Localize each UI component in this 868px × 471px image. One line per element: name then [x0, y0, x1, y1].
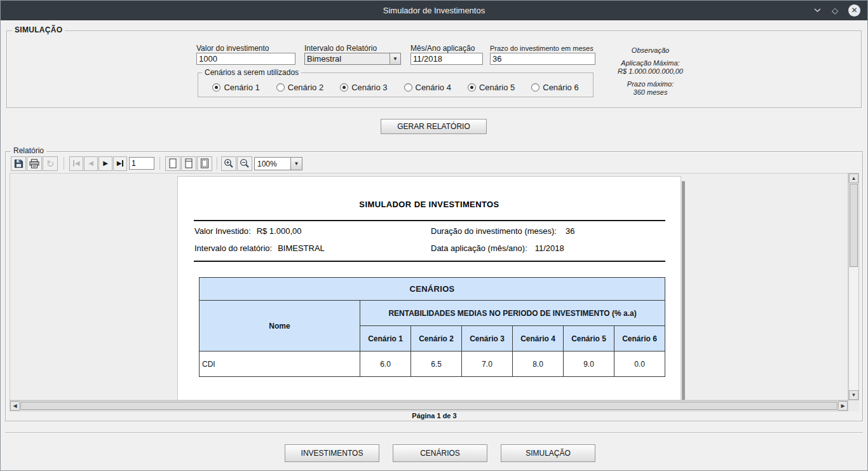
scroll-left-icon[interactable]: ◀	[10, 401, 20, 411]
value-cell: 6.5	[411, 352, 462, 377]
fit-width-button[interactable]	[197, 156, 212, 171]
row-name-cell: CDI	[200, 352, 360, 377]
simulacao-legend: SIMULAÇÃO	[12, 25, 65, 34]
report-field-data-aplicacao: Data aplicação (mês/ano):11/2018	[431, 243, 564, 254]
titlebar-controls: ◇ ✕	[813, 0, 860, 20]
radio-circle-icon	[468, 83, 476, 92]
report-divider	[194, 220, 665, 221]
horizontal-scrollbar-thumb[interactable]	[20, 402, 837, 410]
radio-circle-icon	[212, 83, 220, 92]
field-value: R$ 1.000,00	[257, 226, 302, 236]
print-button[interactable]	[27, 156, 42, 171]
column-header: Cenário 4	[513, 326, 564, 352]
table-group-header: RENTABILIDADES MEDIAS NO PERIODO DE INVE…	[360, 301, 665, 326]
toolbar-separator	[159, 157, 160, 170]
mes-ano-label: Mês/Ano aplicação	[410, 44, 475, 53]
radio-cenario-6[interactable]: Cenário 6	[531, 83, 578, 92]
simulacao-groupbox: SIMULAÇÃO Valor do investimento Interval…	[6, 31, 862, 108]
observacao-box: Observação Aplicação Máxima: R$ 1.000.00…	[598, 46, 703, 97]
table-title: CENÁRIOS	[200, 278, 665, 301]
chevron-down-icon[interactable]: ▼	[390, 53, 400, 64]
toolbar-separator	[64, 157, 64, 170]
horizontal-scrollbar[interactable]: ◀ ▶	[10, 400, 848, 411]
field-value: 11/2018	[535, 243, 564, 253]
actual-size-button[interactable]	[165, 156, 180, 171]
radio-label: Cenário 2	[288, 83, 323, 92]
radio-circle-icon	[404, 83, 412, 92]
actual-size-icon	[168, 158, 177, 168]
intervalo-relatorio-select[interactable]: Bimestral ▼	[304, 53, 401, 65]
gerar-relatorio-button[interactable]: GERAR RELATÓRIO	[381, 119, 487, 134]
radio-cenario-3[interactable]: Cenário 3	[340, 83, 387, 92]
aplicacao-maxima-label: Aplicação Máxima:	[598, 59, 703, 67]
report-divider	[194, 261, 665, 262]
mes-ano-input[interactable]	[410, 53, 483, 65]
table-row: CDI 6.0 6.5 7.0 8.0 9.0 0.0	[200, 352, 665, 377]
simulacao-button[interactable]: SIMULAÇÃO	[501, 444, 595, 462]
scroll-right-icon[interactable]: ▶	[838, 401, 848, 411]
close-icon[interactable]: ✕	[848, 4, 860, 17]
page-shadow	[682, 181, 685, 400]
save-icon	[14, 159, 24, 168]
previous-page-button[interactable]: ◀	[84, 156, 98, 171]
vertical-scrollbar[interactable]: ▲ ▼	[848, 173, 859, 400]
radio-circle-icon	[276, 83, 285, 92]
scroll-down-icon[interactable]: ▼	[849, 390, 858, 400]
field-label: Duração do investimento (meses):	[431, 226, 557, 236]
report-title: SIMULADOR DE INVESTIMENTOS	[178, 200, 681, 209]
report-page: SIMULADOR DE INVESTIMENTOS Valor Investi…	[177, 176, 681, 400]
vertical-scrollbar-thumb[interactable]	[850, 184, 858, 267]
radio-cenario-4[interactable]: Cenário 4	[404, 83, 451, 92]
value-cell: 9.0	[564, 352, 614, 377]
scroll-up-icon[interactable]: ▲	[849, 174, 858, 183]
reload-button[interactable]: ↻	[43, 156, 58, 171]
next-page-button[interactable]: ▶	[98, 156, 112, 171]
report-viewport: SIMULADOR DE INVESTIMENTOS Valor Investi…	[10, 173, 848, 400]
prazo-label: Prazo do investimento em meses	[490, 44, 593, 52]
radio-cenario-5[interactable]: Cenário 5	[468, 83, 515, 92]
radio-cenario-2[interactable]: Cenário 2	[276, 83, 323, 92]
minimize-chevron-icon[interactable]	[813, 8, 822, 13]
aplicacao-maxima-value: R$ 1.000.000.000,00	[598, 67, 703, 76]
fit-page-icon	[184, 158, 193, 168]
radio-label: Cenário 5	[479, 83, 515, 92]
maximize-diamond-icon[interactable]: ◇	[832, 6, 838, 15]
first-page-button[interactable]: ◀	[69, 156, 83, 171]
value-cell: 0.0	[614, 352, 665, 377]
report-field-valor: Valor Investido:R$ 1.000,00	[194, 226, 301, 236]
zoom-out-button[interactable]	[237, 156, 252, 171]
zoom-out-icon	[240, 158, 250, 168]
field-value: BIMESTRAL	[278, 243, 325, 253]
cenarios-button[interactable]: CENÁRIOS	[393, 444, 487, 462]
zoom-in-button[interactable]	[221, 156, 236, 171]
radio-cenario-1[interactable]: Cenário 1	[212, 83, 259, 92]
field-value: 36	[566, 226, 574, 236]
toolbar-separator	[217, 157, 217, 170]
fit-width-icon	[200, 158, 209, 168]
observacao-title: Observação	[598, 46, 703, 54]
fit-page-button[interactable]	[181, 156, 196, 171]
column-header: Cenário 5	[564, 326, 614, 352]
last-page-button[interactable]: ▶	[113, 156, 127, 171]
report-field-intervalo: Intervalo do relatório:BIMESTRAL	[194, 243, 325, 254]
column-header: Cenário 2	[411, 326, 462, 352]
zoom-level-select[interactable]: 100% ▼	[254, 157, 302, 170]
radio-label: Cenário 6	[543, 83, 578, 92]
chevron-down-icon[interactable]: ▼	[290, 158, 302, 170]
prazo-input[interactable]	[490, 53, 595, 65]
save-button[interactable]	[11, 156, 26, 171]
field-label: Intervalo do relatório:	[194, 243, 272, 253]
column-header: Cenário 6	[614, 326, 665, 352]
value-cell: 7.0	[462, 352, 513, 377]
valor-investimento-input[interactable]	[196, 53, 295, 65]
cenarios-radio-row: Cenário 1 Cenário 2 Cenário 3 Cenário 4 …	[198, 78, 593, 97]
bottom-panel-divider	[5, 432, 863, 433]
titlebar: Simulador de Investimentos ◇ ✕	[0, 0, 868, 20]
intervalo-relatorio-label: Intervalo do Relatório	[304, 44, 377, 53]
page-number-input[interactable]	[129, 157, 154, 170]
prazo-maximo-value: 360 meses	[598, 88, 703, 97]
cenarios-table: CENÁRIOS Nome RENTABILIDADES MEDIAS NO P…	[199, 277, 665, 377]
column-header: Cenário 1	[360, 326, 411, 352]
radio-circle-icon	[340, 83, 348, 92]
investimentos-button[interactable]: INVESTIMENTOS	[285, 444, 379, 462]
